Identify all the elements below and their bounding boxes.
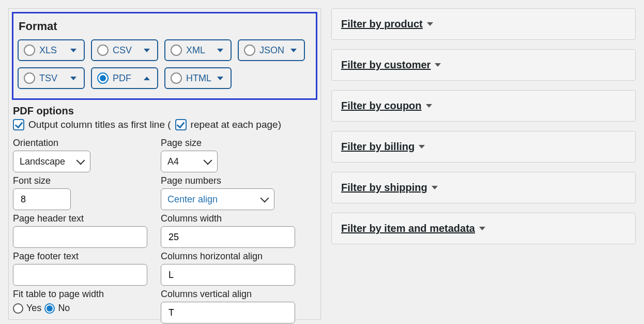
columns-width-field[interactable] [167, 231, 288, 243]
format-json[interactable]: JSON [238, 39, 305, 61]
pdf-options-title: PDF options [13, 105, 317, 117]
caret-down-icon [70, 49, 76, 52]
filter-by-customer[interactable]: Filter by customer [331, 49, 636, 81]
caret-down-icon [70, 77, 76, 80]
page-header-field[interactable] [20, 231, 141, 243]
page-size-label: Page size [161, 138, 295, 149]
font-size-field[interactable] [20, 194, 64, 205]
filter-by-billing[interactable]: Filter by billing [331, 131, 636, 163]
orientation-select[interactable]: Landscape [13, 151, 90, 172]
format-section: Format XLS CSV XML [12, 12, 317, 100]
format-label: TSV [39, 73, 57, 84]
fit-yes-label: Yes [26, 303, 41, 314]
page-size-value: A4 [167, 156, 179, 167]
format-xml[interactable]: XML [164, 39, 232, 61]
columns-width-input[interactable] [161, 226, 295, 248]
radio-icon[interactable] [171, 45, 182, 56]
columns-valign-input[interactable] [161, 302, 295, 323]
output-titles-label: Output column titles as first line ( [28, 119, 171, 130]
columns-valign-label: Columns vertical align [161, 289, 295, 300]
chevron-down-icon [76, 156, 85, 165]
columns-valign-field[interactable] [167, 307, 288, 319]
filter-label: Filter by billing [341, 141, 415, 153]
page-numbers-value: Center align [167, 194, 218, 205]
page-size-select[interactable]: A4 [161, 151, 218, 172]
caret-down-icon [435, 63, 441, 67]
page-numbers-label: Page numbers [161, 175, 295, 186]
columns-halign-label: Columns horizontal align [161, 251, 295, 262]
filter-label: Filter by customer [341, 59, 431, 71]
orientation-value: Landscape [20, 156, 65, 167]
radio-icon[interactable] [97, 45, 109, 56]
filter-by-coupon[interactable]: Filter by coupon [331, 90, 636, 122]
caret-down-icon [427, 22, 433, 26]
radio-icon[interactable] [244, 45, 255, 56]
radio-icon[interactable] [171, 72, 182, 84]
radio-icon[interactable] [97, 72, 109, 84]
right-panel: Filter by product Filter by customer Fil… [331, 8, 636, 320]
radio-icon[interactable] [24, 72, 35, 84]
filter-label: Filter by product [341, 18, 423, 30]
fit-yes-radio[interactable] [13, 303, 23, 314]
radio-icon[interactable] [24, 45, 35, 56]
chevron-down-icon [260, 194, 269, 203]
caret-down-icon [290, 49, 297, 52]
caret-down-icon [432, 186, 438, 189]
chevron-down-icon [204, 156, 212, 165]
filter-by-shipping[interactable]: Filter by shipping [331, 172, 636, 203]
format-label: JSON [259, 45, 284, 56]
fit-no-label: No [58, 303, 70, 314]
columns-width-label: Columns width [161, 213, 295, 224]
filter-by-product[interactable]: Filter by product [331, 8, 636, 40]
caret-up-icon [144, 77, 150, 80]
format-pdf[interactable]: PDF [91, 67, 158, 89]
caret-down-icon [144, 49, 150, 52]
caret-down-icon [479, 227, 485, 230]
page-footer-label: Page footer text [13, 251, 158, 262]
format-label: XML [186, 45, 205, 56]
format-label: HTML [186, 73, 211, 84]
format-html[interactable]: HTML [164, 67, 232, 89]
format-tsv[interactable]: TSV [18, 67, 85, 89]
filter-label: Filter by shipping [341, 182, 427, 194]
output-titles-checkbox[interactable] [13, 119, 24, 130]
font-size-label: Font size [13, 175, 158, 186]
format-csv[interactable]: CSV [91, 39, 158, 61]
format-label: XLS [39, 45, 57, 56]
fit-no-radio[interactable] [44, 303, 55, 314]
columns-halign-field[interactable] [167, 269, 288, 281]
filter-by-item-metadata[interactable]: Filter by item and metadata [331, 213, 636, 244]
caret-down-icon [217, 49, 223, 52]
page-header-label: Page header text [13, 213, 158, 224]
font-size-input[interactable] [13, 188, 71, 210]
filter-label: Filter by item and metadata [341, 223, 475, 234]
format-label: PDF [113, 73, 131, 84]
caret-down-icon [217, 77, 223, 80]
format-title: Format [19, 20, 312, 33]
page-numbers-select[interactable]: Center align [161, 188, 274, 210]
repeat-each-page-label: repeat at each page) [191, 119, 281, 130]
page-footer-field[interactable] [20, 269, 141, 281]
format-label: CSV [113, 45, 132, 56]
filter-label: Filter by coupon [341, 100, 422, 112]
caret-down-icon [426, 104, 432, 108]
fit-table-label: Fit table to page width [13, 289, 158, 300]
page-footer-input[interactable] [13, 264, 147, 286]
repeat-each-page-checkbox[interactable] [175, 119, 187, 130]
page-header-input[interactable] [13, 226, 147, 248]
orientation-label: Orientation [13, 138, 158, 149]
format-xls[interactable]: XLS [18, 39, 85, 61]
caret-down-icon [419, 145, 425, 149]
left-panel: Format XLS CSV XML [8, 8, 321, 320]
columns-halign-input[interactable] [161, 264, 295, 286]
